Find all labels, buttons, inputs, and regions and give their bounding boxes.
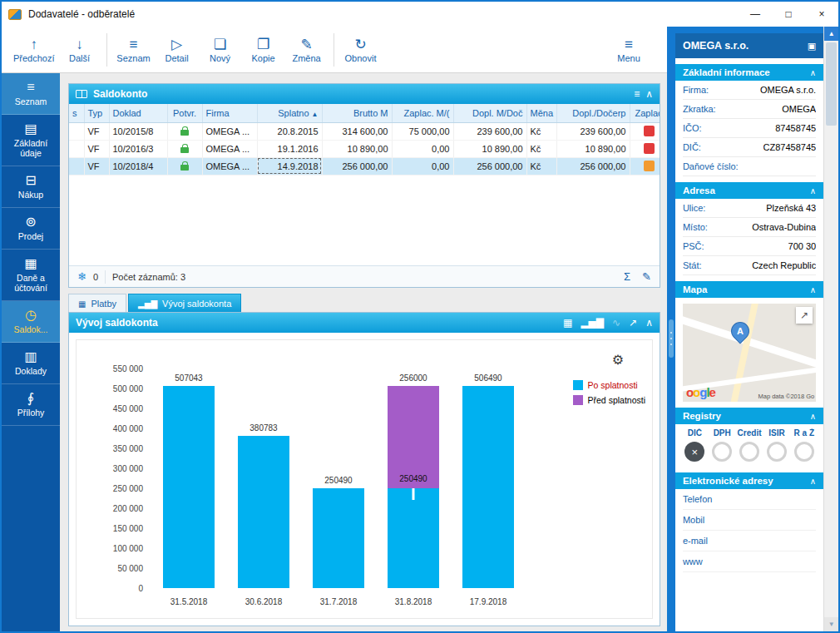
column-header-zaplac-m[interactable]: Zaplac. M/( (392, 104, 453, 122)
panel-menu-icon[interactable]: ≡ (634, 88, 640, 100)
popout-icon[interactable]: ↗ (629, 317, 637, 329)
chart-bar-group[interactable]: 50649017.9.2018 (462, 368, 514, 588)
section-header-mapa[interactable]: Mapa ∧ (675, 281, 823, 298)
toolbar-button-zmena[interactable]: ✎Změna (285, 30, 329, 70)
bar-chart-icon[interactable]: ▂▅▇ (581, 317, 604, 329)
chart-bar-group[interactable]: 50704331.5.2018 (163, 368, 215, 588)
contact-link-telefon[interactable]: Telefon (683, 489, 816, 510)
toolbar-button-label: Obnovit (345, 53, 377, 63)
registry-item-credit[interactable]: Credit (736, 428, 763, 465)
table-row[interactable]: VF10/2015/8OMEGA ...20.8.2015314 600,007… (69, 122, 660, 140)
field-label: PSČ: (683, 241, 704, 251)
maximize-button[interactable]: □ (772, 2, 805, 27)
contact-link-mobil[interactable]: Mobil (683, 510, 816, 531)
panel-splitter[interactable] (667, 27, 675, 631)
section-header-elektronicke[interactable]: Elektronické adresy ∧ (675, 472, 823, 489)
minimize-button[interactable]: — (739, 2, 772, 27)
column-header-s[interactable]: s (69, 104, 84, 122)
saldo-body: VF10/2015/8OMEGA ...20.8.2015314 600,007… (69, 122, 660, 175)
collapse-icon[interactable]: ∧ (645, 317, 653, 329)
contact-link-www[interactable]: www (683, 551, 816, 572)
sidebar-item-nakup[interactable]: ⊟Nákup (2, 166, 60, 208)
section-header-registry[interactable]: Registry ∧ (675, 408, 823, 424)
footer-divider (105, 270, 106, 284)
sidebar-item-saldok[interactable]: ◷Saldok... (2, 301, 60, 343)
column-header-potvr[interactable]: Potvr. (167, 104, 202, 122)
registry-item-r-a-z[interactable]: R a Ž (790, 428, 818, 465)
sidebar-item-doklady[interactable]: ▥Doklady (2, 343, 60, 384)
column-header-dopldocerp[interactable]: Dopl./Dočerp (556, 104, 630, 122)
tab-vyvoj-saldokonta[interactable]: ▂▅▇Vývoj saldokonta (128, 294, 241, 312)
chart-bars: 50704331.5.201838078330.6.201825049031.7… (151, 368, 526, 588)
edit-icon[interactable]: ✎ (642, 270, 651, 283)
calendar-icon[interactable]: ▦ (563, 317, 572, 329)
chart-bar-group[interactable]: 25049031.7.2018 (313, 368, 364, 588)
registry-item-dph[interactable]: DPH (709, 428, 736, 465)
purchase-icon: ⊟ (4, 173, 57, 188)
table-cell: 256 000,00 (453, 157, 526, 175)
detail-tabs: ▦Platby▂▅▇Vývoj saldokonta (68, 294, 660, 312)
toolbar-button-seznam[interactable]: ≡Seznam (112, 30, 156, 70)
chart-settings-gear-icon[interactable]: ⚙ (612, 352, 624, 368)
window-title: Dodavatelé - odběratelé (28, 8, 739, 20)
sidebar-item-prodej[interactable]: ⊚Prodej (2, 208, 60, 250)
sum-icon[interactable]: Σ (624, 270, 630, 283)
section-header-adresa[interactable]: Adresa ∧ (675, 182, 823, 199)
sidebar-item-prilohy[interactable]: ∮Přílohy (2, 384, 60, 426)
scrollbar-track[interactable] (824, 41, 838, 617)
map-popout-icon[interactable]: ↗ (796, 307, 813, 324)
chart-bar-group[interactable]: 25600025049031.8.2018 (388, 368, 439, 588)
field-value: Plzeňská 43 (766, 203, 816, 213)
column-header-doklad[interactable]: Doklad (109, 104, 167, 122)
snowflake-icon[interactable]: ❄ (77, 270, 86, 283)
y-axis-label: 350 000 (83, 444, 143, 453)
column-header-brutto-m[interactable]: Brutto M (322, 104, 392, 122)
table-row[interactable]: VF10/2016/3OMEGA ...19.1.201610 890,000,… (69, 140, 660, 157)
chart-bar-group[interactable]: 38078330.6.2018 (238, 368, 289, 588)
table-cell: 14.9.2018 (257, 157, 322, 175)
column-header-zaplac[interactable]: Zaplac (630, 104, 660, 122)
sidebar-item-zakladni-udaje[interactable]: ▤Základní údaje (2, 115, 60, 166)
tab-platby[interactable]: ▦Platby (68, 294, 126, 312)
chart-legend: Po splatnostiPřed splatnosti (573, 380, 645, 405)
column-header-mena[interactable]: Měna (526, 104, 556, 122)
sidebar-item-dane-a-uctovani[interactable]: ▦Daně a účtování (2, 250, 60, 301)
bar-value-label: 506490 (474, 373, 502, 383)
map-preview[interactable]: A ↗ oogle Map data ©2018 Go (683, 304, 816, 402)
panel-options-icon[interactable]: ▣ (808, 41, 816, 52)
registry-item-isir[interactable]: ISIR (763, 428, 790, 465)
table-cell: OMEGA ... (202, 157, 257, 175)
column-header-splatno[interactable]: Splatno▲ (257, 104, 322, 122)
bar-value-label: 250490 (324, 476, 352, 485)
contact-link-email[interactable]: e-mail (683, 531, 816, 551)
app-icon (8, 9, 22, 20)
scroll-up-icon[interactable]: ▲ (824, 27, 838, 41)
toolbar-button-predchozi[interactable]: ↑Předchozí (10, 30, 58, 70)
column-header-typ[interactable]: Typ (84, 104, 109, 122)
adresa-fields: Ulice:Plzeňská 43Místo:Ostrava-DubinaPSČ… (675, 199, 823, 275)
vertical-scrollbar[interactable]: ▲ ▼ (823, 27, 838, 631)
splitter-handle-icon[interactable] (669, 319, 674, 358)
menu-button[interactable]: ≡ Menu (607, 30, 650, 70)
toolbar-button-obnovit[interactable]: ↻Obnovit (339, 30, 383, 70)
tab-label: Vývoj saldokonta (162, 299, 231, 309)
toolbar-button-dalsi[interactable]: ↓Další (58, 30, 101, 70)
toolbar-button-detail[interactable]: ▷Detail (156, 30, 199, 70)
panel-collapse-icon[interactable]: ∧ (645, 88, 653, 100)
scroll-down-icon[interactable]: ▼ (824, 617, 838, 631)
line-chart-icon[interactable]: ∿ (612, 317, 620, 329)
column-header-dopl-mdoc[interactable]: Dopl. M/Doč (453, 104, 526, 122)
google-logo-letter: o (686, 385, 693, 399)
column-header-firma[interactable]: Firma (202, 104, 257, 122)
toolbar-button-novy[interactable]: ❏Nový (199, 30, 242, 70)
toolbar-button-label: Kopie (251, 53, 274, 63)
section-header-zakladni[interactable]: Základní informace ∧ (675, 64, 823, 81)
table-row[interactable]: VF10/2018/4OMEGA ...14.9.2018256 000,000… (69, 157, 660, 175)
registry-item-dic[interactable]: DIČ× (681, 428, 709, 465)
main-area: Saldokonto ≡ ∧ sTypDokladPotvr.FirmaSpla… (60, 73, 667, 631)
toolbar-button-kopie[interactable]: ❐Kopie (242, 30, 285, 70)
bar-segment-po-splatnosti (388, 488, 439, 588)
close-button[interactable]: × (805, 2, 838, 27)
sidebar-item-seznam[interactable]: ≡Seznam (2, 73, 60, 115)
scrollbar-thumb[interactable] (826, 42, 837, 126)
